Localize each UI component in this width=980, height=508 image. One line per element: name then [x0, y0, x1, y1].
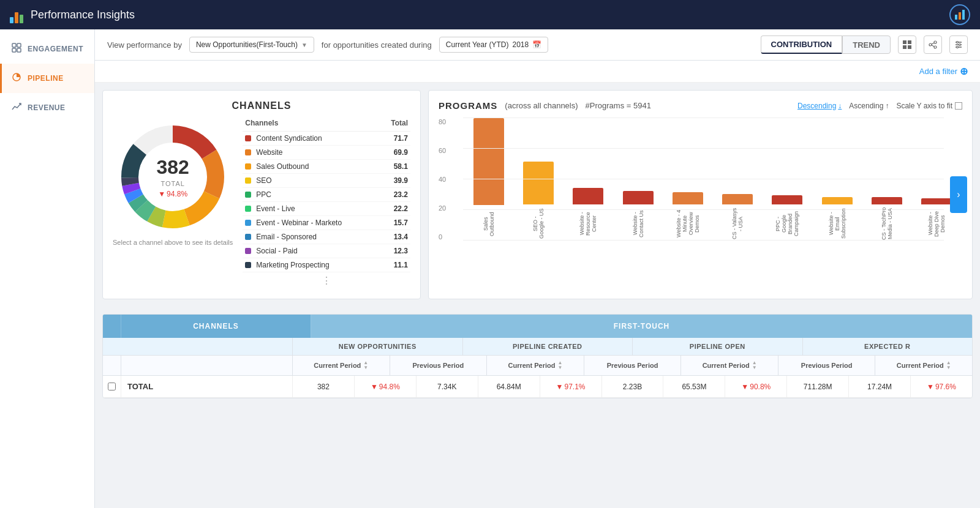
tab-trend[interactable]: TREND: [842, 35, 891, 54]
channel-col-header-total: Total: [391, 119, 408, 127]
donut-area: 382 TOTAL ▼ 94.8% Select a channel above…: [113, 119, 233, 246]
channel-list-item[interactable]: PPC 23.2: [243, 188, 410, 202]
channel-name: Event - Live: [256, 204, 393, 213]
svg-rect-5: [12, 48, 16, 52]
svg-rect-0: [955, 15, 957, 20]
bar-label: CS - Valasys - USA: [731, 207, 744, 241]
performance-select[interactable]: New Opportunities(First-Touch) ▼: [189, 37, 314, 53]
tab-contribution[interactable]: CONTRIBUTION: [761, 35, 843, 54]
donut-change-pct: 94.8%: [167, 190, 187, 198]
add-filter-plus-icon: ⊕: [960, 65, 968, 77]
channel-name: Social - Paid: [256, 247, 393, 255]
engagement-icon: [12, 43, 21, 55]
date-range-display[interactable]: Current Year (YTD) 2018 📅: [439, 37, 548, 53]
programs-subtitle: (across all channels): [505, 101, 578, 110]
channel-total-val: 69.9: [394, 148, 408, 157]
svg-point-22: [957, 47, 959, 48]
share-icon-btn[interactable]: [924, 35, 942, 54]
sidebar-item-revenue-label: REVENUE: [28, 103, 66, 112]
channel-name: Marketing Prospecting: [256, 261, 393, 269]
add-filter-button[interactable]: Add a filter ⊕: [919, 65, 968, 77]
cell-new-opp-change-val: 94.8%: [379, 383, 400, 391]
subheader-pipeline-c-current: Current Period ▲▼: [487, 356, 584, 375]
cell-pipeline-o-change-val: 90.8%: [750, 383, 771, 391]
year-value: 2018: [513, 40, 529, 49]
svg-rect-2: [962, 10, 965, 20]
channel-color-dot: [245, 220, 251, 226]
svg-rect-10: [903, 45, 907, 49]
sidebar-item-pipeline[interactable]: PIPELINE: [0, 64, 94, 93]
table-header-row-2: NEW OPPORTUNITIES PIPELINE CREATED PIPEL…: [103, 338, 972, 356]
channel-list-item[interactable]: Content Syndication 71.7: [243, 132, 410, 146]
table-col-expected-r-header: EXPECTED R: [803, 338, 973, 355]
channel-list-item[interactable]: Email - Sponsored 13.4: [243, 230, 410, 244]
app-header: Performance Insights: [0, 0, 980, 29]
channel-list-item[interactable]: Event - Live 22.2: [243, 202, 410, 216]
donut-change: ▼ 94.8%: [156, 190, 189, 198]
channel-total-val: 12.3: [394, 247, 408, 255]
cell-pipeline-c-change: ▼ 97.1%: [540, 376, 602, 397]
sort-desc-label: Descending: [797, 102, 836, 110]
new-opp-change-down: ▼ 94.8%: [371, 383, 400, 391]
sort-arrows-3[interactable]: ▲▼: [752, 360, 757, 370]
bar-label: CS - TechPro Media - USA: [881, 207, 893, 241]
y-label-0: 0: [439, 233, 446, 241]
programs-title: PROGRAMS: [439, 100, 497, 111]
svg-rect-6: [17, 48, 21, 52]
sort-descending-btn[interactable]: Descending ↓: [797, 102, 842, 110]
cell-new-opp-prev-val: 7.34K: [437, 383, 456, 391]
bar-label: SEO - Google - US: [532, 207, 545, 241]
svg-point-20: [957, 42, 959, 43]
sort-arrows-2[interactable]: ▲▼: [557, 360, 562, 370]
channel-list-item[interactable]: Sales Outbound 58.1: [243, 160, 410, 174]
cell-pipeline-o-prev: 711.28M: [787, 376, 849, 397]
app-body: ENGAGEMENT PIPELINE REVENUE: [0, 29, 980, 508]
filter-row: Add a filter ⊕: [95, 61, 980, 83]
svg-rect-4: [17, 43, 21, 47]
channel-list-item[interactable]: Social - Paid 12.3: [243, 244, 410, 258]
sort-arrows-1[interactable]: ▲▼: [363, 360, 368, 370]
svg-rect-9: [908, 40, 911, 44]
table-header-row-1: CHANNELS FIRST-TOUCH: [103, 315, 972, 338]
app-header-icon[interactable]: [949, 4, 970, 25]
view-label: View performance by: [107, 40, 182, 50]
down-icon-4: ▼: [927, 383, 934, 391]
table-col-channels-header: CHANNELS: [121, 315, 311, 338]
donut-container: 382 TOTAL ▼ 94.8%: [115, 119, 231, 235]
bar-label: Website - Email Subscription: [828, 207, 846, 241]
channel-list-item[interactable]: Website 69.9: [243, 146, 410, 160]
cell-pipeline-c-current: 64.84M: [478, 376, 540, 397]
cell-pipeline-c-change-val: 97.1%: [565, 383, 586, 391]
main-content: View performance by New Opportunities(Fi…: [95, 29, 980, 508]
channel-list-item[interactable]: Marketing Prospecting 11.1: [243, 258, 410, 272]
grid-view-icon-btn[interactable]: [898, 35, 916, 54]
subheader-expected-r-current: Current Period ▲▼: [875, 356, 972, 375]
sort-ascending-btn[interactable]: Ascending ↑: [849, 102, 889, 110]
bar-label: Website - Resource Center: [579, 207, 597, 241]
channel-color-dot: [245, 234, 251, 240]
sidebar-item-engagement[interactable]: ENGAGEMENT: [0, 34, 94, 64]
revenue-icon: [12, 102, 21, 114]
next-page-btn[interactable]: ›: [950, 176, 967, 213]
row-checkbox[interactable]: [103, 376, 121, 397]
sidebar-item-revenue[interactable]: REVENUE: [0, 93, 94, 122]
cell-new-opp-current-val: 382: [317, 383, 330, 391]
scale-label-text: Scale Y axis to fit: [896, 102, 952, 110]
app-header-left: Performance Insights: [10, 6, 135, 23]
subheader-pipeline-o-prev: Previous Period: [778, 356, 876, 375]
channel-color-dot: [245, 149, 251, 155]
channels-title: CHANNELS: [113, 100, 410, 111]
channel-list-item[interactable]: SEO 39.9: [243, 174, 410, 188]
down-icon-2: ▼: [556, 383, 564, 391]
channel-list-item[interactable]: Event - Webinar - Marketo 15.7: [243, 216, 410, 230]
channels-panel: CHANNELS: [102, 90, 421, 299]
scale-checkbox[interactable]: [955, 102, 962, 110]
performance-select-value: New Opportunities(First-Touch): [196, 40, 298, 49]
sort-arrows-4[interactable]: ▲▼: [946, 360, 951, 370]
settings-icon-btn[interactable]: [949, 35, 968, 54]
y-label-60: 60: [439, 147, 446, 154]
row-checkbox-input[interactable]: [108, 383, 116, 390]
cell-pipeline-c-current-val: 64.84M: [497, 383, 521, 391]
bar-label: PPC - Google Branded Campaign: [775, 207, 799, 241]
cell-pipeline-o-change: ▼ 90.8%: [725, 376, 787, 397]
